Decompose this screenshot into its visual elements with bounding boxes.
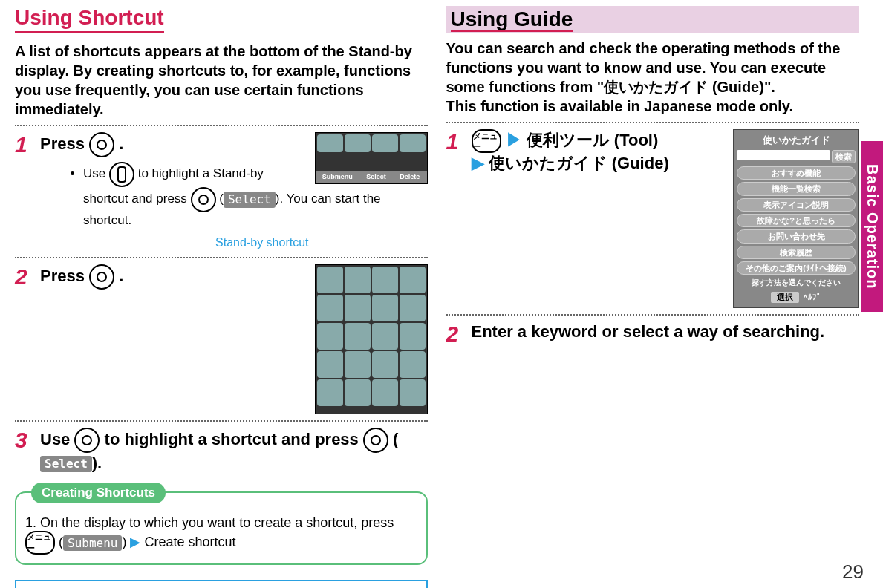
intro-guide: You can search and check the operating m… <box>446 39 860 116</box>
heading-using-shortcut: Using Shortcut <box>15 6 164 33</box>
step1-guide-text: 使いかたガイド (Guide) <box>489 154 669 172</box>
creating-shortcuts-box: Creating Shortcuts 1. On the display to … <box>15 491 428 565</box>
guide-item: 表示アイコン説明 <box>737 198 856 212</box>
section-tab: Basic Operation <box>861 141 883 312</box>
submenu-label: Submenu <box>63 535 122 551</box>
guide-item: 機能一覧検索 <box>737 182 856 195</box>
guide-foot-help: ﾍﾙﾌﾟ <box>804 292 821 302</box>
step-number: 2 <box>446 321 464 347</box>
divider <box>446 122 860 123</box>
divider <box>15 257 428 258</box>
step3-text-a: Use <box>40 430 74 448</box>
step1-text-b: . <box>119 134 123 153</box>
guide-step-1: 1 使いかたガイド 検索 おすすめ機能 機能一覧検索 表示アイコン説明 故障かな… <box>446 129 860 308</box>
step-2: 2 Press . <box>15 264 428 414</box>
guide-item: おすすめ機能 <box>737 166 856 180</box>
softkey-select: Select <box>366 173 386 182</box>
step-3: 3 Use to highlight a shortcut and press … <box>15 428 428 474</box>
arrow-icon: ▶ <box>130 535 140 549</box>
divider <box>446 314 860 316</box>
guide-foot-select: 選択 <box>771 292 799 302</box>
select-label: Select <box>40 456 92 473</box>
step-number: 1 <box>446 129 464 308</box>
guide-step2-text: Enter a keyword or select a way of searc… <box>472 321 860 347</box>
page-number: 29 <box>842 561 864 584</box>
note-box: • If you have created a large number of … <box>15 580 428 588</box>
screenshot-standby-shortcut: Submenu Select Delete <box>315 132 428 184</box>
nav-key-icon <box>74 428 100 453</box>
guide-item: 故障かな?と思ったら <box>737 214 856 227</box>
center-key-icon <box>191 187 216 212</box>
nav-key-icon <box>89 132 114 157</box>
step2-text-b: . <box>119 267 123 285</box>
menu-key-icon: メニュー <box>472 129 501 153</box>
step1-tool-text: 便利ツール (Tool) <box>527 131 659 149</box>
right-column: Using Guide You can search and check the… <box>437 0 869 588</box>
step2-text-a: Press <box>40 267 89 285</box>
guide-item: 検索履歴 <box>737 246 856 259</box>
guide-step-2: 2 Enter a keyword or select a way of sea… <box>446 321 860 347</box>
screenshot-guide: 使いかたガイド 検索 おすすめ機能 機能一覧検索 表示アイコン説明 故障かな?と… <box>733 129 859 308</box>
step3-text-d: ). <box>92 454 102 472</box>
select-label: Select <box>224 192 276 209</box>
nav-key-icon <box>89 264 114 290</box>
guide-screen-title: 使いかたガイド <box>737 134 856 147</box>
softkey-submenu: Submenu <box>322 173 353 182</box>
guide-item: その他のご案内(ｻｲﾄへ接続) <box>737 261 856 275</box>
standby-shortcut-label: Stand-by shortcut <box>215 235 308 251</box>
arrow-icon: ▶ <box>472 154 484 172</box>
step-number: 1 <box>15 132 33 251</box>
creating-shortcuts-body: 1. On the display to which you want to c… <box>25 515 417 555</box>
nav-key-updown-icon <box>109 162 134 187</box>
guide-search-field <box>737 150 830 160</box>
step3-text-b: to highlight a shortcut and press <box>105 430 363 448</box>
softkey-delete: Delete <box>400 173 420 182</box>
arrow-icon: ▶ <box>506 131 522 149</box>
step-1: 1 Submenu Select Delete Press . <box>15 132 428 251</box>
divider <box>15 125 428 126</box>
center-key-icon <box>363 428 388 453</box>
creating-shortcuts-title: Creating Shortcuts <box>31 483 166 503</box>
step3-text-c: ( <box>393 430 398 448</box>
step-number: 2 <box>15 264 33 414</box>
guide-hint: 探す方法を選んでください <box>737 278 856 287</box>
guide-item: お問い合わせ先 <box>737 229 856 243</box>
step-number: 3 <box>15 428 33 474</box>
intro-shortcut: A list of shortcuts appears at the botto… <box>15 42 428 119</box>
left-column: Using Shortcut A list of shortcuts appea… <box>6 0 437 588</box>
heading-using-guide: Using Guide <box>446 6 860 33</box>
menu-key-icon: メニュー <box>25 531 55 555</box>
guide-search-button: 検索 <box>832 150 856 163</box>
step1-text-a: Press <box>40 134 89 153</box>
screenshot-shortcut-grid <box>315 264 428 414</box>
divider <box>15 420 428 422</box>
